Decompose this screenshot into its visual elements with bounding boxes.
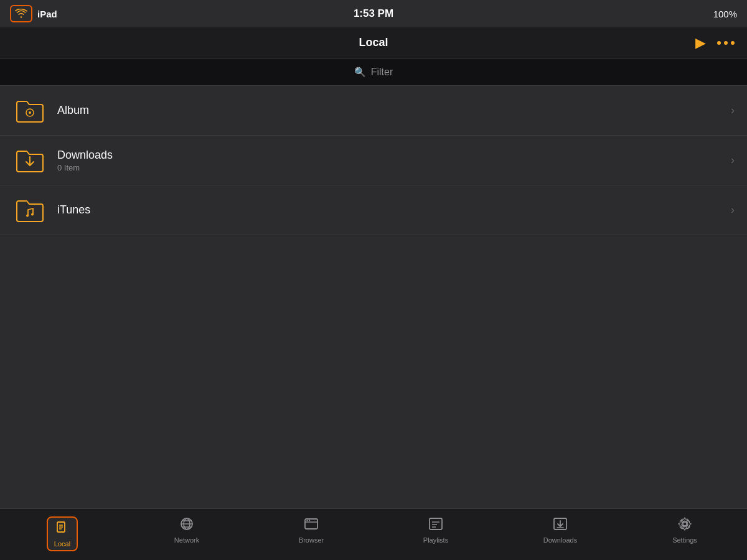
content-area: Album › Downloads 0 Item › bbox=[0, 86, 747, 539]
status-left: iPad bbox=[10, 5, 57, 22]
tab-settings-label: Settings bbox=[672, 536, 697, 544]
settings-icon bbox=[677, 516, 693, 534]
tab-settings[interactable]: Settings bbox=[622, 514, 747, 546]
svg-point-15 bbox=[307, 520, 308, 521]
downloads-tab-icon bbox=[552, 516, 568, 534]
nav-right-controls: ▶ bbox=[695, 35, 747, 51]
tab-browser-label: Browser bbox=[299, 536, 324, 544]
nav-title: Local bbox=[359, 36, 388, 49]
list-item[interactable]: iTunes › bbox=[0, 185, 747, 235]
downloads-title: Downloads bbox=[57, 149, 726, 162]
list-item[interactable]: Album › bbox=[0, 86, 747, 136]
album-title: Album bbox=[57, 104, 726, 117]
downloads-subtitle: 0 Item bbox=[57, 163, 726, 172]
tab-bar: Local Network Browser bbox=[0, 508, 747, 560]
itunes-text: iTunes bbox=[57, 203, 726, 217]
nav-bar: Local ▶ bbox=[0, 27, 747, 58]
list-item[interactable]: Downloads 0 Item › bbox=[0, 136, 747, 185]
svg-point-1 bbox=[29, 111, 31, 114]
folder-icon-itunes bbox=[12, 193, 47, 228]
search-icon: 🔍 bbox=[354, 67, 366, 78]
status-time: 1:53 PM bbox=[354, 7, 393, 20]
tab-local-label: Local bbox=[54, 540, 70, 548]
status-bar: iPad 1:53 PM 100% bbox=[0, 0, 747, 27]
svg-point-24 bbox=[683, 522, 687, 526]
folder-icon-downloads bbox=[12, 143, 47, 178]
tab-local[interactable]: Local bbox=[0, 514, 125, 554]
wifi-button[interactable] bbox=[10, 5, 32, 22]
itunes-title: iTunes bbox=[57, 203, 726, 217]
chevron-icon: › bbox=[731, 203, 735, 217]
main-layout: 🔍 Filter Album › bbox=[0, 58, 747, 539]
tab-downloads[interactable]: Downloads bbox=[498, 514, 622, 546]
dot1 bbox=[717, 41, 721, 45]
svg-rect-17 bbox=[430, 518, 442, 530]
svg-point-3 bbox=[26, 214, 29, 217]
chevron-icon: › bbox=[731, 154, 735, 167]
svg-point-4 bbox=[31, 213, 34, 215]
tab-network[interactable]: Network bbox=[125, 514, 249, 546]
chevron-icon: › bbox=[731, 104, 735, 117]
status-right: 100% bbox=[713, 9, 737, 19]
tab-downloads-label: Downloads bbox=[543, 536, 577, 544]
tab-local-wrap: Local bbox=[47, 516, 78, 551]
tab-browser[interactable]: Browser bbox=[249, 514, 374, 546]
filter-label: Filter bbox=[371, 67, 393, 78]
filter-inner: 🔍 Filter bbox=[354, 67, 393, 78]
battery-label: 100% bbox=[713, 9, 737, 19]
browser-icon bbox=[303, 516, 319, 534]
svg-point-16 bbox=[309, 520, 310, 521]
filter-bar[interactable]: 🔍 Filter bbox=[0, 58, 747, 86]
tab-playlists[interactable]: Playlists bbox=[374, 514, 498, 546]
play-button[interactable]: ▶ bbox=[695, 35, 706, 51]
tab-network-label: Network bbox=[174, 536, 199, 544]
local-icon bbox=[55, 520, 70, 538]
dot3 bbox=[731, 41, 735, 45]
tab-playlists-label: Playlists bbox=[423, 536, 448, 544]
playlists-icon bbox=[428, 516, 444, 534]
more-button[interactable] bbox=[717, 41, 735, 45]
downloads-text: Downloads 0 Item bbox=[57, 149, 726, 172]
network-icon bbox=[179, 516, 195, 534]
dot2 bbox=[724, 41, 728, 45]
device-label: iPad bbox=[37, 9, 57, 19]
folder-icon-album bbox=[12, 93, 47, 128]
album-text: Album bbox=[57, 104, 726, 117]
